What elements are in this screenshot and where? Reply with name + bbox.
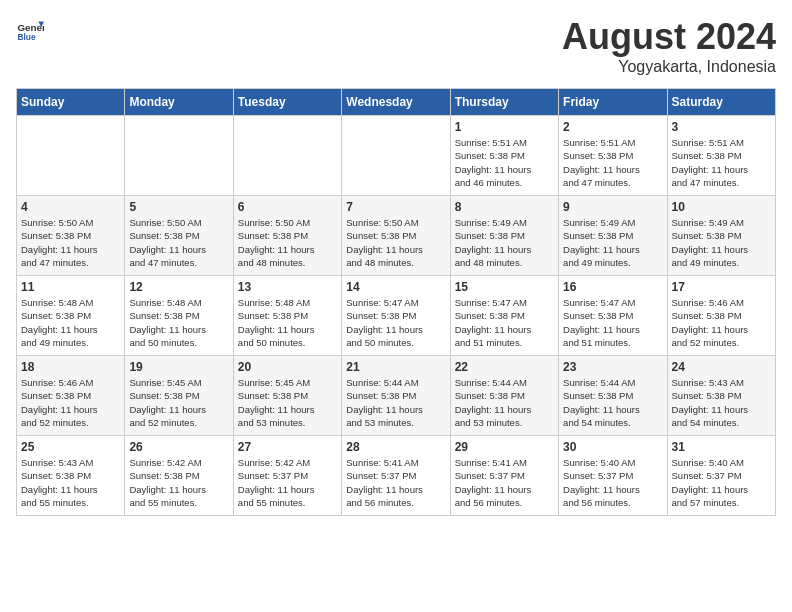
calendar-header-row: SundayMondayTuesdayWednesdayThursdayFrid… bbox=[17, 89, 776, 116]
calendar-week-4: 18Sunrise: 5:46 AM Sunset: 5:38 PM Dayli… bbox=[17, 356, 776, 436]
day-number: 21 bbox=[346, 360, 445, 374]
calendar-cell: 26Sunrise: 5:42 AM Sunset: 5:38 PM Dayli… bbox=[125, 436, 233, 516]
day-info: Sunrise: 5:44 AM Sunset: 5:38 PM Dayligh… bbox=[563, 376, 662, 429]
day-number: 31 bbox=[672, 440, 771, 454]
calendar-cell: 1Sunrise: 5:51 AM Sunset: 5:38 PM Daylig… bbox=[450, 116, 558, 196]
day-info: Sunrise: 5:50 AM Sunset: 5:38 PM Dayligh… bbox=[346, 216, 445, 269]
svg-text:Blue: Blue bbox=[17, 32, 35, 42]
calendar-cell: 8Sunrise: 5:49 AM Sunset: 5:38 PM Daylig… bbox=[450, 196, 558, 276]
calendar-cell: 14Sunrise: 5:47 AM Sunset: 5:38 PM Dayli… bbox=[342, 276, 450, 356]
day-info: Sunrise: 5:43 AM Sunset: 5:38 PM Dayligh… bbox=[672, 376, 771, 429]
day-info: Sunrise: 5:44 AM Sunset: 5:38 PM Dayligh… bbox=[455, 376, 554, 429]
day-header-tuesday: Tuesday bbox=[233, 89, 341, 116]
calendar-cell: 5Sunrise: 5:50 AM Sunset: 5:38 PM Daylig… bbox=[125, 196, 233, 276]
calendar-cell: 9Sunrise: 5:49 AM Sunset: 5:38 PM Daylig… bbox=[559, 196, 667, 276]
day-header-thursday: Thursday bbox=[450, 89, 558, 116]
day-header-monday: Monday bbox=[125, 89, 233, 116]
day-number: 5 bbox=[129, 200, 228, 214]
day-info: Sunrise: 5:51 AM Sunset: 5:38 PM Dayligh… bbox=[455, 136, 554, 189]
day-info: Sunrise: 5:50 AM Sunset: 5:38 PM Dayligh… bbox=[238, 216, 337, 269]
calendar-cell: 6Sunrise: 5:50 AM Sunset: 5:38 PM Daylig… bbox=[233, 196, 341, 276]
day-number: 19 bbox=[129, 360, 228, 374]
day-number: 25 bbox=[21, 440, 120, 454]
subtitle: Yogyakarta, Indonesia bbox=[562, 58, 776, 76]
main-title: August 2024 bbox=[562, 16, 776, 58]
calendar-cell: 17Sunrise: 5:46 AM Sunset: 5:38 PM Dayli… bbox=[667, 276, 775, 356]
calendar-cell: 4Sunrise: 5:50 AM Sunset: 5:38 PM Daylig… bbox=[17, 196, 125, 276]
day-info: Sunrise: 5:46 AM Sunset: 5:38 PM Dayligh… bbox=[672, 296, 771, 349]
day-header-sunday: Sunday bbox=[17, 89, 125, 116]
logo: General Blue bbox=[16, 16, 44, 44]
day-info: Sunrise: 5:42 AM Sunset: 5:37 PM Dayligh… bbox=[238, 456, 337, 509]
calendar-cell: 28Sunrise: 5:41 AM Sunset: 5:37 PM Dayli… bbox=[342, 436, 450, 516]
day-info: Sunrise: 5:51 AM Sunset: 5:38 PM Dayligh… bbox=[672, 136, 771, 189]
header: General Blue August 2024 Yogyakarta, Ind… bbox=[16, 16, 776, 76]
calendar-cell: 20Sunrise: 5:45 AM Sunset: 5:38 PM Dayli… bbox=[233, 356, 341, 436]
day-number: 15 bbox=[455, 280, 554, 294]
day-number: 13 bbox=[238, 280, 337, 294]
calendar-cell: 15Sunrise: 5:47 AM Sunset: 5:38 PM Dayli… bbox=[450, 276, 558, 356]
title-area: August 2024 Yogyakarta, Indonesia bbox=[562, 16, 776, 76]
calendar-cell: 18Sunrise: 5:46 AM Sunset: 5:38 PM Dayli… bbox=[17, 356, 125, 436]
day-number: 12 bbox=[129, 280, 228, 294]
day-info: Sunrise: 5:47 AM Sunset: 5:38 PM Dayligh… bbox=[563, 296, 662, 349]
day-number: 9 bbox=[563, 200, 662, 214]
day-number: 10 bbox=[672, 200, 771, 214]
day-number: 28 bbox=[346, 440, 445, 454]
calendar-cell: 23Sunrise: 5:44 AM Sunset: 5:38 PM Dayli… bbox=[559, 356, 667, 436]
day-info: Sunrise: 5:49 AM Sunset: 5:38 PM Dayligh… bbox=[672, 216, 771, 269]
calendar-cell: 7Sunrise: 5:50 AM Sunset: 5:38 PM Daylig… bbox=[342, 196, 450, 276]
day-number: 8 bbox=[455, 200, 554, 214]
calendar-cell: 11Sunrise: 5:48 AM Sunset: 5:38 PM Dayli… bbox=[17, 276, 125, 356]
day-info: Sunrise: 5:40 AM Sunset: 5:37 PM Dayligh… bbox=[563, 456, 662, 509]
calendar-cell: 29Sunrise: 5:41 AM Sunset: 5:37 PM Dayli… bbox=[450, 436, 558, 516]
calendar-cell: 27Sunrise: 5:42 AM Sunset: 5:37 PM Dayli… bbox=[233, 436, 341, 516]
calendar-cell bbox=[17, 116, 125, 196]
calendar-cell: 3Sunrise: 5:51 AM Sunset: 5:38 PM Daylig… bbox=[667, 116, 775, 196]
day-number: 20 bbox=[238, 360, 337, 374]
day-info: Sunrise: 5:40 AM Sunset: 5:37 PM Dayligh… bbox=[672, 456, 771, 509]
day-number: 11 bbox=[21, 280, 120, 294]
day-info: Sunrise: 5:49 AM Sunset: 5:38 PM Dayligh… bbox=[455, 216, 554, 269]
calendar-week-3: 11Sunrise: 5:48 AM Sunset: 5:38 PM Dayli… bbox=[17, 276, 776, 356]
calendar-cell: 22Sunrise: 5:44 AM Sunset: 5:38 PM Dayli… bbox=[450, 356, 558, 436]
day-info: Sunrise: 5:42 AM Sunset: 5:38 PM Dayligh… bbox=[129, 456, 228, 509]
calendar-cell: 12Sunrise: 5:48 AM Sunset: 5:38 PM Dayli… bbox=[125, 276, 233, 356]
calendar-cell: 19Sunrise: 5:45 AM Sunset: 5:38 PM Dayli… bbox=[125, 356, 233, 436]
calendar-cell bbox=[125, 116, 233, 196]
day-info: Sunrise: 5:41 AM Sunset: 5:37 PM Dayligh… bbox=[346, 456, 445, 509]
day-info: Sunrise: 5:48 AM Sunset: 5:38 PM Dayligh… bbox=[21, 296, 120, 349]
day-info: Sunrise: 5:51 AM Sunset: 5:38 PM Dayligh… bbox=[563, 136, 662, 189]
calendar-body: 1Sunrise: 5:51 AM Sunset: 5:38 PM Daylig… bbox=[17, 116, 776, 516]
day-info: Sunrise: 5:44 AM Sunset: 5:38 PM Dayligh… bbox=[346, 376, 445, 429]
calendar-cell: 2Sunrise: 5:51 AM Sunset: 5:38 PM Daylig… bbox=[559, 116, 667, 196]
logo-icon: General Blue bbox=[16, 16, 44, 44]
day-info: Sunrise: 5:43 AM Sunset: 5:38 PM Dayligh… bbox=[21, 456, 120, 509]
day-number: 14 bbox=[346, 280, 445, 294]
day-number: 17 bbox=[672, 280, 771, 294]
day-number: 23 bbox=[563, 360, 662, 374]
day-info: Sunrise: 5:45 AM Sunset: 5:38 PM Dayligh… bbox=[129, 376, 228, 429]
day-number: 24 bbox=[672, 360, 771, 374]
day-header-saturday: Saturday bbox=[667, 89, 775, 116]
day-header-friday: Friday bbox=[559, 89, 667, 116]
day-info: Sunrise: 5:45 AM Sunset: 5:38 PM Dayligh… bbox=[238, 376, 337, 429]
day-number: 16 bbox=[563, 280, 662, 294]
calendar-week-2: 4Sunrise: 5:50 AM Sunset: 5:38 PM Daylig… bbox=[17, 196, 776, 276]
calendar-cell: 30Sunrise: 5:40 AM Sunset: 5:37 PM Dayli… bbox=[559, 436, 667, 516]
day-number: 1 bbox=[455, 120, 554, 134]
day-number: 7 bbox=[346, 200, 445, 214]
day-number: 6 bbox=[238, 200, 337, 214]
day-number: 30 bbox=[563, 440, 662, 454]
calendar-cell: 13Sunrise: 5:48 AM Sunset: 5:38 PM Dayli… bbox=[233, 276, 341, 356]
day-info: Sunrise: 5:50 AM Sunset: 5:38 PM Dayligh… bbox=[129, 216, 228, 269]
day-number: 26 bbox=[129, 440, 228, 454]
calendar-cell: 31Sunrise: 5:40 AM Sunset: 5:37 PM Dayli… bbox=[667, 436, 775, 516]
day-number: 2 bbox=[563, 120, 662, 134]
day-info: Sunrise: 5:50 AM Sunset: 5:38 PM Dayligh… bbox=[21, 216, 120, 269]
day-info: Sunrise: 5:46 AM Sunset: 5:38 PM Dayligh… bbox=[21, 376, 120, 429]
calendar-cell: 25Sunrise: 5:43 AM Sunset: 5:38 PM Dayli… bbox=[17, 436, 125, 516]
day-info: Sunrise: 5:41 AM Sunset: 5:37 PM Dayligh… bbox=[455, 456, 554, 509]
calendar-week-1: 1Sunrise: 5:51 AM Sunset: 5:38 PM Daylig… bbox=[17, 116, 776, 196]
day-number: 18 bbox=[21, 360, 120, 374]
